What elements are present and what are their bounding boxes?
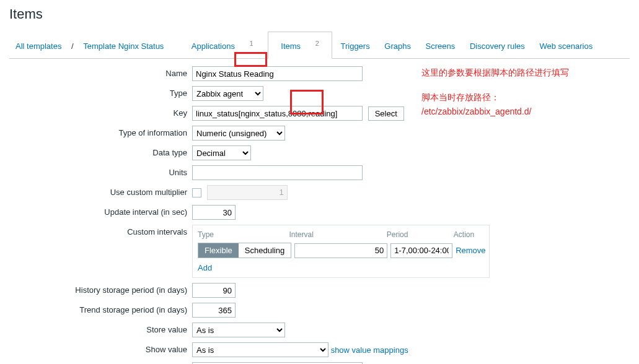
- units-input[interactable]: [192, 165, 363, 180]
- type-of-info-select[interactable]: Numeric (unsigned): [192, 126, 285, 141]
- show-value-select[interactable]: As is: [192, 342, 328, 357]
- intervals-header-period: Period: [387, 230, 454, 239]
- key-input[interactable]: [192, 106, 363, 121]
- label-show-value: Show value: [9, 342, 192, 354]
- toggle-flexible[interactable]: Flexible: [198, 243, 239, 258]
- label-units: Units: [9, 165, 192, 177]
- label-store-value: Store value: [9, 323, 192, 334]
- label-custom-intervals: Custom intervals: [9, 225, 192, 236]
- label-trend-storage: Trend storage period (in days): [9, 303, 192, 314]
- label-update-interval: Update interval (in sec): [9, 205, 192, 217]
- add-interval-link[interactable]: Add: [198, 263, 212, 272]
- tab-screens[interactable]: Screens: [420, 38, 462, 54]
- store-value-select[interactable]: As is: [192, 323, 285, 337]
- label-key: Key: [9, 106, 192, 118]
- intervals-header-action: Action: [454, 230, 484, 239]
- custom-multiplier-value: 1: [207, 185, 288, 200]
- interval-type-toggle[interactable]: Flexible Scheduling: [198, 243, 291, 258]
- period-value-input[interactable]: [390, 243, 452, 258]
- select-button[interactable]: Select: [368, 106, 404, 121]
- tab-items[interactable]: Items 2: [268, 32, 332, 59]
- breadcrumb-template[interactable]: Template Nginx Status: [77, 38, 170, 54]
- label-history-storage: History storage period (in days): [9, 283, 192, 295]
- remove-interval-link[interactable]: Remove: [456, 246, 485, 255]
- history-storage-input[interactable]: [192, 283, 236, 298]
- tab-graphs[interactable]: Graphs: [378, 38, 417, 54]
- tab-discovery[interactable]: Discovery rules: [464, 38, 531, 54]
- show-value-mappings-link[interactable]: show value mappings: [331, 345, 408, 355]
- interval-value-input[interactable]: [294, 243, 387, 258]
- tab-applications[interactable]: Applications 1: [179, 32, 266, 58]
- label-type: Type: [9, 86, 192, 98]
- label-name: Name: [9, 66, 192, 78]
- type-select[interactable]: Zabbix agent: [192, 86, 263, 101]
- breadcrumb-separator: /: [70, 38, 75, 54]
- update-interval-input[interactable]: [192, 205, 236, 220]
- toggle-scheduling[interactable]: Scheduling: [239, 243, 291, 258]
- custom-multiplier-checkbox[interactable]: [192, 188, 201, 197]
- intervals-header-interval: Interval: [289, 230, 386, 239]
- label-data-type: Data type: [9, 145, 192, 157]
- page-title: Items: [9, 6, 630, 22]
- annotation-text: 这里的参数要根据脚本的路径进行填写 脚本当时存放路径： /etc/zabbix/…: [421, 66, 569, 118]
- name-input[interactable]: [192, 66, 363, 81]
- intervals-header-type: Type: [198, 230, 289, 239]
- trend-storage-input[interactable]: [192, 303, 236, 318]
- label-type-of-info: Type of information: [9, 126, 192, 137]
- breadcrumb-all-templates[interactable]: All templates: [9, 38, 68, 54]
- tab-bar: All templates / Template Nginx Status Ap…: [9, 32, 630, 59]
- tab-triggers[interactable]: Triggers: [334, 38, 376, 54]
- custom-intervals-box: Type Interval Period Action Flexible Sch…: [192, 225, 490, 278]
- label-custom-multiplier: Use custom multiplier: [9, 185, 192, 197]
- data-type-select[interactable]: Decimal: [192, 145, 251, 160]
- tab-web[interactable]: Web scenarios: [533, 38, 599, 54]
